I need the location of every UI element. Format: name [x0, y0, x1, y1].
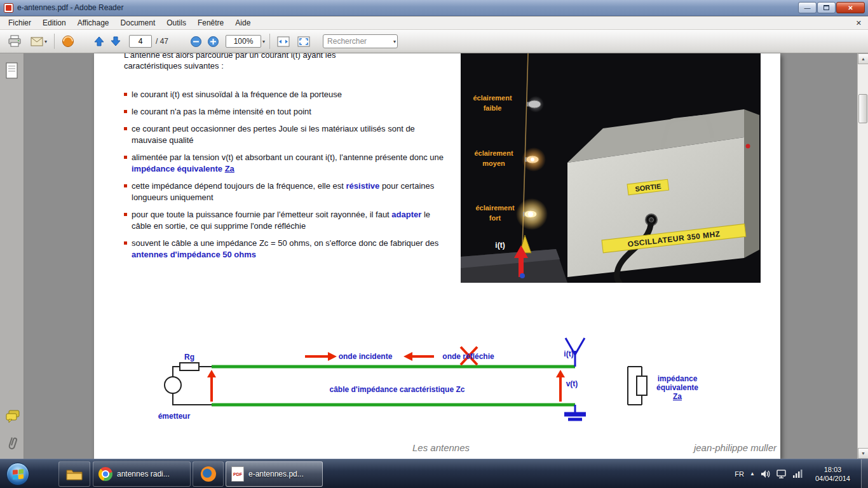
- signal-strength-icon[interactable]: [793, 470, 803, 478]
- menu-fenetre[interactable]: Fenêtre: [192, 17, 229, 29]
- bulb-faible: [528, 100, 541, 108]
- titlebar: e-antennes.pdf - Adobe Reader — ✕: [0, 0, 868, 16]
- page-total-label: / 47: [156, 37, 168, 46]
- toolbar-separator: [269, 34, 270, 49]
- taskbar: antennes radi... PDF e-antennes.pd... FR…: [0, 459, 868, 488]
- zoom-level-value: 100%: [234, 37, 254, 46]
- fit-width-button[interactable]: [275, 32, 292, 50]
- send-file-button[interactable]: ▾: [28, 32, 50, 50]
- pdf-file-icon: PDF: [231, 466, 244, 482]
- impedance-label: Za: [673, 392, 682, 401]
- clock-time: 18:03: [815, 465, 850, 474]
- bullet-marker: [124, 93, 127, 96]
- zoom-out-icon: [190, 36, 202, 48]
- cable-label: câble d'impédance caractéristique Zc: [330, 385, 465, 394]
- bullet-text: ce courant peut occasionner des pertes J…: [132, 123, 451, 146]
- close-icon: ✕: [848, 4, 853, 11]
- onde-reflechie-label: onde réfléchie: [442, 352, 494, 361]
- next-page-button[interactable]: [107, 32, 124, 50]
- bullet-text: souvent le câble a une impédance Zc = 50…: [132, 238, 451, 261]
- taskbar-firefox-button[interactable]: [193, 461, 224, 487]
- attachments-button[interactable]: [5, 436, 19, 454]
- taskbar-explorer-button[interactable]: [58, 461, 90, 487]
- chrome-window-label: antennes radi...: [117, 470, 170, 478]
- menu-fichier[interactable]: Fichier: [3, 17, 37, 29]
- zoom-chevron-down-icon[interactable]: ▾: [262, 39, 265, 44]
- language-indicator[interactable]: FR: [735, 470, 744, 478]
- close-button[interactable]: ✕: [836, 2, 865, 13]
- menubar-close-icon[interactable]: ✕: [856, 19, 862, 27]
- bullet-marker: [124, 156, 127, 159]
- previous-page-button[interactable]: [91, 32, 107, 50]
- menu-document[interactable]: Document: [115, 17, 161, 29]
- chevron-down-icon: ▾: [44, 39, 47, 44]
- menu-outils[interactable]: Outils: [161, 17, 192, 29]
- fit-width-icon: [277, 36, 290, 47]
- impedance-label: impédance: [658, 374, 698, 383]
- print-button[interactable]: [5, 32, 24, 50]
- intro-line-2: caractéristiques suivantes :: [124, 60, 454, 71]
- collaboration-button[interactable]: [59, 32, 77, 50]
- scrollbar-thumb[interactable]: [858, 94, 867, 123]
- envelope-icon: [31, 37, 43, 46]
- pdf-page: L'antenne est alors parcourue par un cou…: [94, 53, 780, 459]
- bullet-text: alimentée par la tension v(t) et absorba…: [132, 152, 451, 175]
- emetteur-label: émetteur: [158, 412, 191, 421]
- toolbar: ▾ / 47: [0, 30, 868, 53]
- bullet-marker: [124, 241, 127, 245]
- window-controls: — ✕: [798, 2, 865, 13]
- volume-icon[interactable]: [761, 470, 771, 478]
- page-number-input[interactable]: [129, 35, 152, 48]
- rg-label: Rg: [184, 353, 194, 362]
- menu-edition[interactable]: Edition: [37, 17, 72, 29]
- vertical-scrollbar[interactable]: ▲ ▼: [857, 53, 868, 459]
- taskbar-clock[interactable]: 18:03 04/04/2014: [815, 465, 850, 483]
- taskbar-pdf-button[interactable]: PDF e-antennes.pd...: [226, 461, 323, 487]
- search-box: ▾: [323, 34, 398, 48]
- screen: e-antennes.pdf - Adobe Reader — ✕ Fichie…: [0, 0, 868, 488]
- bullet-item: le courant i(t) est sinusoïdal à la fréq…: [124, 89, 451, 100]
- footer-author: jean-philippe muller: [694, 442, 776, 453]
- hidden-icons-button[interactable]: ▲: [750, 471, 755, 477]
- page-thumbnails-icon: [5, 62, 19, 80]
- impedance-label: équivalente: [656, 383, 698, 392]
- chrome-icon: [98, 467, 112, 481]
- network-icon[interactable]: [776, 470, 787, 478]
- bullet-marker: [124, 213, 127, 216]
- toolbar-separator: [54, 34, 55, 49]
- source-symbol: [165, 377, 181, 393]
- start-button[interactable]: [6, 463, 29, 485]
- label-eclairement-fort: fort: [489, 214, 501, 222]
- zoom-out-button[interactable]: [187, 32, 205, 50]
- taskbar-chrome-button[interactable]: antennes radi...: [93, 461, 191, 487]
- windows-logo-icon: [13, 469, 24, 480]
- zoom-level-select[interactable]: 100%: [226, 35, 261, 48]
- fullscreen-button[interactable]: [295, 32, 313, 50]
- arrow-down-icon: [110, 36, 121, 47]
- label-eclairement-faible: faible: [484, 104, 502, 112]
- comments-button[interactable]: [5, 409, 20, 426]
- page-thumbnails-button[interactable]: [5, 62, 19, 83]
- search-chevron-down-icon[interactable]: ▾: [393, 39, 396, 44]
- paperclip-icon: [5, 436, 19, 451]
- bullet-item: pour que toute la puissance fournie par …: [124, 209, 451, 232]
- bullet-item: cette impédance dépend toujours de la fr…: [124, 180, 451, 203]
- fullscreen-icon: [297, 36, 310, 47]
- bullet-item: le courant n'a pas la même intensité en …: [124, 106, 451, 118]
- menu-affichage[interactable]: Affichage: [72, 17, 115, 29]
- maximize-button[interactable]: [817, 2, 836, 13]
- intro-paragraph: L'antenne est alors parcourue par un cou…: [124, 53, 454, 71]
- minimize-button[interactable]: —: [798, 2, 817, 13]
- pdf-window-label: e-antennes.pd...: [248, 470, 304, 478]
- show-desktop-button[interactable]: [861, 459, 868, 488]
- bullet-marker: [124, 110, 127, 113]
- schematic-figure: Rg onde incidente onde réfléchie i(t) v(…: [94, 330, 780, 448]
- scroll-up-button[interactable]: ▲: [858, 53, 868, 64]
- scroll-up-icon: ▲: [861, 57, 865, 61]
- scroll-down-button[interactable]: ▼: [858, 448, 868, 459]
- bullet-text: le courant i(t) est sinusoïdal à la fréq…: [132, 89, 342, 100]
- search-input[interactable]: [323, 36, 392, 47]
- menubar: Fichier Edition Affichage Document Outil…: [0, 17, 868, 30]
- zoom-in-button[interactable]: [205, 32, 222, 50]
- menu-aide[interactable]: Aide: [229, 17, 256, 29]
